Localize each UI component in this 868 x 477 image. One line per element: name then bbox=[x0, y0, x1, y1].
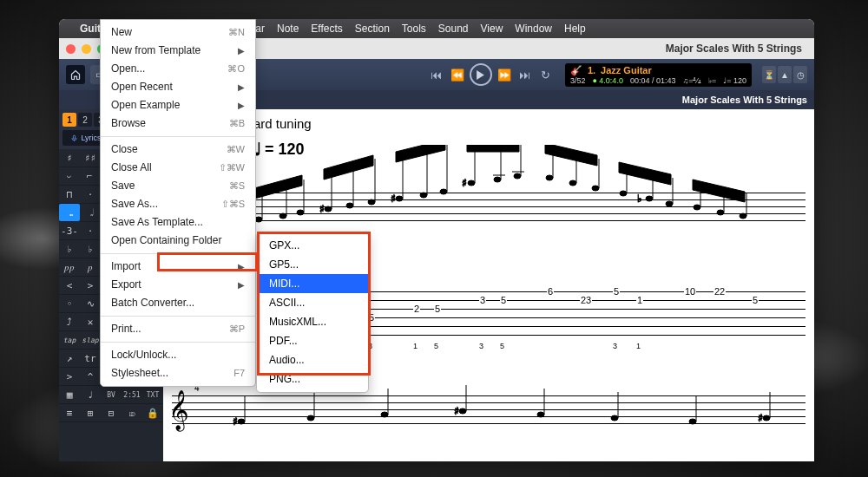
file-menu-browse[interactable]: Browse⌘B bbox=[101, 114, 255, 133]
menu-tools[interactable]: Tools bbox=[402, 23, 426, 35]
tab-fret[interactable]: 5 bbox=[613, 286, 620, 297]
home-icon bbox=[70, 69, 81, 80]
svg-point-56 bbox=[381, 412, 388, 417]
file-menu-save-as-template-[interactable]: Save As Template... bbox=[101, 213, 255, 232]
voice-2[interactable]: 2 bbox=[78, 113, 92, 127]
track-index: 1. bbox=[588, 65, 595, 75]
svg-point-45 bbox=[694, 205, 700, 210]
file-menu-close[interactable]: Close⌘W bbox=[101, 140, 255, 159]
file-menu-close-all[interactable]: Close All⇧⌘W bbox=[101, 159, 255, 177]
menu-note[interactable]: Note bbox=[277, 23, 299, 35]
export-gp5-[interactable]: GP5... bbox=[257, 255, 368, 274]
tab-fret[interactable]: 10 bbox=[684, 286, 696, 297]
minimize-button[interactable] bbox=[82, 44, 91, 54]
close-button[interactable] bbox=[66, 44, 76, 54]
svg-text:♭: ♭ bbox=[637, 193, 642, 205]
svg-point-41 bbox=[646, 196, 653, 201]
svg-point-54 bbox=[307, 415, 314, 421]
file-menu-batch-converter-[interactable]: Batch Converter... bbox=[101, 294, 255, 312]
voice-1[interactable]: 1 bbox=[62, 113, 76, 127]
transport-info: 🎸 1. Jazz Guitar 3/52 ● 4.0:4.0 00:04 / … bbox=[565, 63, 752, 87]
tuning-label: ard tuning bbox=[253, 116, 312, 131]
export-png-[interactable]: PNG... bbox=[257, 369, 368, 389]
svg-point-5 bbox=[279, 213, 286, 219]
loop-button[interactable]: ↻ bbox=[537, 66, 555, 83]
svg-point-12 bbox=[346, 203, 353, 208]
skip-start-button[interactable]: ⏮ bbox=[428, 66, 445, 83]
svg-point-32 bbox=[546, 175, 553, 180]
svg-rect-0 bbox=[74, 135, 76, 139]
tab-fret[interactable]: 3 bbox=[479, 295, 486, 305]
home-button[interactable] bbox=[66, 65, 85, 84]
play-button[interactable] bbox=[470, 63, 492, 86]
tab-fret[interactable]: 5 bbox=[500, 295, 507, 305]
fingering: 3 bbox=[479, 342, 483, 350]
bpm-display: ♩= 120 bbox=[723, 76, 746, 85]
track-header-title: Major Scales With 5 Strings bbox=[682, 95, 807, 105]
svg-point-14 bbox=[368, 199, 375, 205]
svg-point-34 bbox=[569, 180, 576, 186]
skip-end-button[interactable]: ⏭ bbox=[516, 66, 534, 83]
svg-text:♯: ♯ bbox=[233, 415, 238, 428]
metronome-button[interactable]: ▲ bbox=[778, 66, 792, 83]
svg-point-21 bbox=[440, 189, 447, 194]
rewind-button[interactable]: ⏪ bbox=[449, 66, 466, 83]
tab-fret[interactable]: 23 bbox=[580, 295, 592, 305]
svg-text:♯: ♯ bbox=[454, 405, 459, 417]
time-counter: 00:04 / 01:43 bbox=[630, 76, 676, 85]
export-submenu: GPX...GP5...MIDI...ASCII...MusicXML...PD… bbox=[256, 232, 369, 393]
svg-point-26 bbox=[494, 177, 501, 182]
menu-window[interactable]: Window bbox=[515, 23, 552, 35]
svg-point-58 bbox=[459, 408, 466, 414]
guitar-icon: 🎸 bbox=[570, 65, 582, 76]
menu-help[interactable]: Help bbox=[564, 23, 586, 35]
tempo-ratio[interactable]: ● 4.0:4.0 bbox=[592, 76, 622, 85]
file-menu-open-recent[interactable]: Open Recent▶ bbox=[101, 78, 255, 96]
svg-text:♯: ♯ bbox=[462, 177, 467, 189]
tab-fret[interactable]: 5 bbox=[752, 295, 759, 305]
export-midi-[interactable]: MIDI... bbox=[257, 274, 368, 293]
export-ascii-[interactable]: ASCII... bbox=[257, 293, 368, 312]
file-menu-export[interactable]: Export▶ bbox=[101, 276, 255, 294]
svg-point-67 bbox=[763, 415, 770, 421]
file-menu-stylesheet-[interactable]: Stylesheet...F7 bbox=[101, 364, 255, 382]
svg-point-49 bbox=[740, 213, 746, 219]
tab-fret[interactable]: 1 bbox=[636, 295, 643, 305]
menu-view[interactable]: View bbox=[481, 23, 503, 35]
fingering: 3 bbox=[613, 342, 617, 350]
tab-fret[interactable]: 22 bbox=[713, 286, 726, 297]
file-menu-lock-unlock-[interactable]: Lock/Unlock... bbox=[101, 346, 255, 364]
tab-fret[interactable]: 5 bbox=[368, 312, 375, 323]
export-audio-[interactable]: Audio... bbox=[257, 350, 368, 369]
file-menu-open-containing-folder[interactable]: Open Containing Folder bbox=[101, 232, 255, 250]
tab-fret[interactable]: 2 bbox=[413, 304, 420, 314]
export-gpx-[interactable]: GPX... bbox=[257, 236, 368, 255]
file-menu-new[interactable]: New⌘N bbox=[101, 23, 255, 42]
countdown-button[interactable]: ⏳ bbox=[762, 66, 776, 83]
mic-icon bbox=[70, 134, 78, 142]
svg-point-47 bbox=[717, 210, 724, 215]
file-menu-open-[interactable]: Open...⌘O bbox=[101, 60, 255, 78]
menu-sound[interactable]: Sound bbox=[438, 23, 469, 35]
tab-fret[interactable]: 6 bbox=[547, 286, 554, 297]
tuner-button[interactable]: ◷ bbox=[793, 66, 807, 83]
svg-point-7 bbox=[297, 210, 304, 215]
export-pdf-[interactable]: PDF... bbox=[257, 331, 368, 350]
file-menu-import[interactable]: Import▶ bbox=[101, 258, 255, 276]
file-menu-new-from-template[interactable]: New from Template▶ bbox=[101, 42, 255, 60]
menu-effects[interactable]: Effects bbox=[311, 23, 342, 35]
bar-counter: 3/52 bbox=[570, 76, 586, 85]
menu-section[interactable]: Section bbox=[355, 23, 390, 35]
tab-fret[interactable]: 5 bbox=[434, 304, 441, 314]
svg-point-23 bbox=[468, 180, 475, 186]
svg-point-16 bbox=[396, 196, 403, 201]
file-menu-save-as-[interactable]: Save As...⇧⌘S bbox=[101, 195, 255, 213]
svg-text:♯: ♯ bbox=[758, 412, 763, 424]
file-menu-open-example[interactable]: Open Example▶ bbox=[101, 96, 255, 114]
svg-point-65 bbox=[689, 419, 696, 424]
svg-point-9 bbox=[325, 206, 332, 212]
file-menu-print-[interactable]: Print...⌘P bbox=[101, 320, 255, 338]
file-menu-save[interactable]: Save⌘S bbox=[101, 177, 255, 195]
ffwd-button[interactable]: ⏩ bbox=[496, 66, 513, 83]
export-musicxml-[interactable]: MusicXML... bbox=[257, 312, 368, 331]
